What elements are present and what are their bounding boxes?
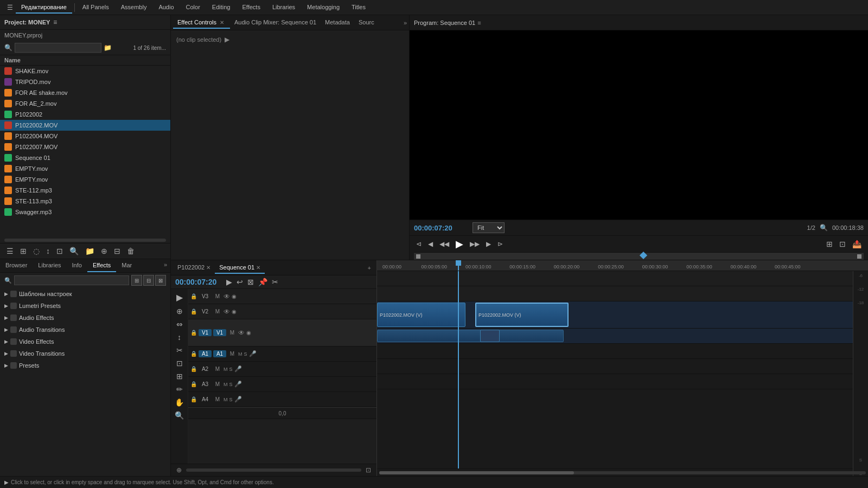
more-tabs-btn[interactable]: »	[404, 20, 407, 26]
output-btn[interactable]: ⊡	[837, 239, 848, 249]
tab-audio-clip-mixer[interactable]: Audio Clip Mixer: Sequence 01	[230, 17, 321, 29]
track-eye-icon[interactable]: 👁	[238, 329, 245, 337]
track-lock-icon[interactable]: 🔒	[190, 309, 197, 314]
slide-tool[interactable]: ⊞	[175, 371, 184, 382]
play-stop-btn[interactable]: ▶	[454, 237, 465, 251]
tab-browser[interactable]: Browser	[0, 259, 33, 272]
effect-group-header[interactable]: ▶ Lumetri Presets	[0, 301, 170, 311]
hscroll-track[interactable]	[379, 471, 866, 474]
track-lock-icon[interactable]: 🔒	[190, 330, 197, 336]
track-mute-btn[interactable]: M	[224, 397, 228, 402]
track-eye-icon[interactable]: 👁	[224, 293, 230, 300]
list-item[interactable]: P1022007.MOV	[0, 142, 170, 152]
track-select-tool[interactable]: ▶	[225, 277, 233, 287]
effect-group-header[interactable]: ▶ Video Effects	[0, 337, 170, 346]
selection-tool[interactable]: ▶	[175, 291, 184, 304]
track-solo-btn[interactable]: S	[229, 397, 233, 402]
hscroll-thumb[interactable]	[379, 471, 574, 474]
list-item[interactable]: P1022002.MOV	[0, 120, 170, 131]
zoom-tool[interactable]: ✂	[271, 277, 279, 287]
new-item-btn[interactable]: ⊕	[99, 246, 110, 256]
tab-source[interactable]: Sourc	[354, 17, 379, 29]
effects-search-input[interactable]	[14, 275, 129, 285]
track-mic-icon[interactable]: 🎤	[234, 396, 242, 403]
step-forward-btn[interactable]: ▶	[484, 239, 493, 249]
search-btn[interactable]: 🔍	[67, 246, 81, 256]
folder-icon[interactable]: 📁	[104, 44, 112, 52]
new-folder-btn[interactable]: 📁	[83, 246, 97, 256]
clip-v1-1[interactable]: P1022002.MOV (V)	[377, 303, 465, 327]
track-sync-icon[interactable]: ◉	[246, 330, 251, 336]
export-btn[interactable]: 📤	[850, 239, 864, 249]
effect-group-header[interactable]: ▶ Presets	[0, 361, 170, 370]
timeline-tab-sequence01[interactable]: Sequence 01 ✕	[215, 262, 265, 274]
track-solo-btn[interactable]: S	[229, 367, 233, 372]
nav-libraries[interactable]: Libraries	[267, 2, 301, 14]
pin-tool[interactable]: 📌	[257, 277, 269, 287]
track-lock-icon[interactable]: 🔒	[190, 293, 197, 299]
step-back-btn[interactable]: ◀	[426, 239, 435, 249]
tab-close-icon[interactable]: ✕	[206, 265, 210, 271]
ripple-tool[interactable]: ⊕	[175, 306, 184, 317]
track-mute-btn[interactable]: M	[238, 351, 242, 357]
list-item[interactable]: P1022002	[0, 109, 170, 120]
tl-bottom-btn2[interactable]: ⊡	[363, 465, 373, 475]
track-lock-icon[interactable]: 🔒	[190, 381, 197, 387]
nav-editing[interactable]: Editing	[207, 2, 236, 14]
rate-stretch-tool[interactable]: ↕	[176, 332, 182, 343]
hand-tool[interactable]: ✋	[174, 397, 185, 408]
track-solo-btn[interactable]: S	[229, 382, 233, 387]
timeline-scrollbar[interactable]	[186, 468, 361, 472]
nav-all-panels[interactable]: All Panels	[77, 2, 114, 14]
clear-btn[interactable]: ⊟	[112, 246, 123, 256]
project-search-input[interactable]	[15, 43, 101, 53]
effects-icon-list[interactable]: ⊟	[143, 275, 154, 286]
track-mic-icon[interactable]: 🎤	[234, 381, 242, 388]
razor-cutter-tool[interactable]: ✂	[175, 345, 184, 356]
track-lock-icon[interactable]: 🔒	[190, 366, 197, 372]
slip-tool[interactable]: ⊠	[246, 277, 255, 287]
shuttle-left-btn[interactable]: ◀◀	[437, 239, 451, 249]
safe-margins-btn[interactable]: ⊞	[824, 239, 835, 249]
tl-bottom-btn1[interactable]: ⊕	[174, 465, 184, 475]
timeline-timecode[interactable]: 00:00:07:20	[171, 275, 221, 288]
timeline-ruler[interactable]: 00:00:00 00:00:05:00 00:00:10:00 00:00:1…	[377, 260, 868, 271]
effect-group-header[interactable]: ▶ Video Transitions	[0, 349, 170, 358]
freeform-btn[interactable]: ◌	[31, 246, 42, 256]
fit-selector[interactable]: Fit 25% 50% 100%	[473, 222, 505, 233]
list-item[interactable]: Swagger.mp3	[0, 207, 170, 217]
list-item[interactable]: SHAKE.mov	[0, 66, 170, 76]
list-view-btn[interactable]: ☰	[4, 246, 16, 256]
list-item[interactable]: FOR AE_2.mov	[0, 98, 170, 109]
nav-effects[interactable]: Effects	[237, 2, 265, 14]
list-item[interactable]: STE-113.mp3	[0, 196, 170, 207]
tab-info[interactable]: Info	[67, 259, 87, 272]
nav-audio[interactable]: Audio	[153, 2, 179, 14]
nav-titles[interactable]: Titles	[346, 2, 371, 14]
clip-a1-small[interactable]	[480, 330, 500, 342]
track-sync-icon[interactable]: ◉	[232, 309, 237, 314]
tab-close-icon[interactable]: ✕	[256, 265, 260, 271]
program-monitor-menu-icon[interactable]: ≡	[477, 20, 481, 26]
effect-group-header[interactable]: ▶ Audio Transitions	[0, 325, 170, 335]
track-mic-icon[interactable]: 🎤	[234, 365, 242, 373]
nav-assembly[interactable]: Assembly	[116, 2, 152, 14]
rolling-tool[interactable]: ⇔	[175, 319, 184, 330]
clip-v1-2[interactable]: P1022002.MOV (V)	[475, 303, 569, 327]
go-to-start-btn[interactable]: ⊲	[414, 239, 424, 249]
list-item[interactable]: Sequence 01	[0, 152, 170, 163]
tab-libraries[interactable]: Libraries	[33, 259, 66, 272]
list-item[interactable]: FOR AE shake.mov	[0, 87, 170, 98]
autoplay-btn[interactable]: ⊡	[54, 246, 65, 256]
sort-btn[interactable]: ↕	[44, 246, 52, 256]
track-mic-icon[interactable]: 🎤	[249, 350, 257, 357]
track-toggle-btn[interactable]: M	[213, 381, 222, 387]
nav-редактирование[interactable]: Редактирование	[16, 2, 72, 14]
list-item[interactable]: P1022004.MOV	[0, 131, 170, 142]
delete-btn[interactable]: 🗑	[125, 246, 137, 256]
zoom-in-tool[interactable]: 🔍	[174, 410, 185, 421]
timecode-display[interactable]: 00:00:07:20	[414, 224, 468, 232]
track-lock-icon[interactable]: 🔒	[190, 396, 197, 402]
track-mute-btn[interactable]: M	[224, 382, 228, 387]
tab-metadata[interactable]: Metadata	[321, 17, 354, 29]
